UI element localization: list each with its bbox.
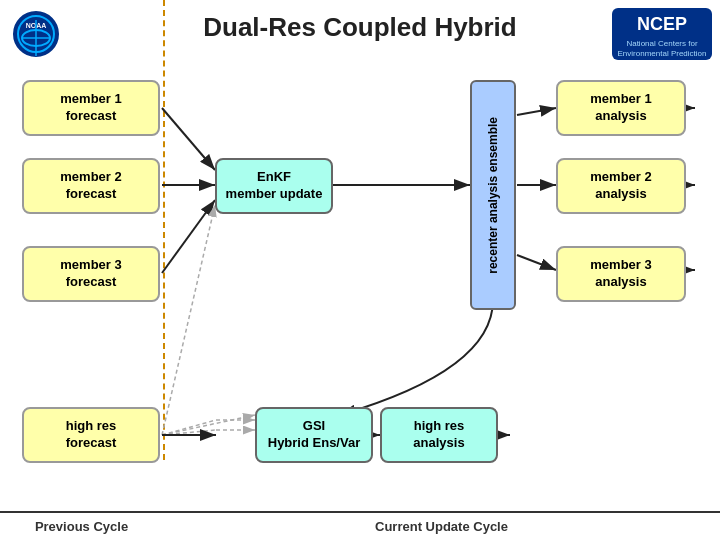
- noaa-logo: NOAA: [10, 8, 62, 64]
- member3-analysis-box: member 3 analysis: [556, 246, 686, 302]
- member3-forecast-box: member 3 forecast: [22, 246, 160, 302]
- cycle-divider: [163, 0, 165, 460]
- svg-line-21: [517, 255, 556, 270]
- bottom-bar: Previous Cycle Current Update Cycle: [0, 511, 720, 540]
- svg-line-17: [162, 415, 255, 435]
- svg-line-13: [162, 108, 215, 170]
- ncep-logo: NCEP National Centers for Environmental …: [612, 8, 712, 64]
- svg-line-28: [162, 430, 216, 435]
- svg-line-16: [162, 205, 215, 435]
- current-cycle-label: Current Update Cycle: [163, 519, 720, 534]
- enkf-update-box: EnKF member update: [215, 158, 333, 214]
- member2-analysis-box: member 2 analysis: [556, 158, 686, 214]
- highres-forecast-box: high res forecast: [22, 407, 160, 463]
- highres-analysis-box: high res analysis: [380, 407, 498, 463]
- svg-text:National Centers for: National Centers for: [626, 39, 697, 48]
- svg-text:NCEP: NCEP: [637, 14, 687, 34]
- gsi-hybrid-box: GSI Hybrid Ens/Var: [255, 407, 373, 463]
- recenter-ensemble-box: recenter analysis ensemble: [470, 80, 516, 310]
- previous-cycle-label: Previous Cycle: [0, 519, 163, 534]
- svg-line-19: [517, 108, 556, 115]
- member1-forecast-box: member 1 forecast: [22, 80, 160, 136]
- svg-line-27: [162, 420, 216, 435]
- member2-forecast-box: member 2 forecast: [22, 158, 160, 214]
- svg-line-15: [162, 200, 215, 273]
- svg-text:Environmental Prediction: Environmental Prediction: [618, 49, 707, 58]
- member1-analysis-box: member 1 analysis: [556, 80, 686, 136]
